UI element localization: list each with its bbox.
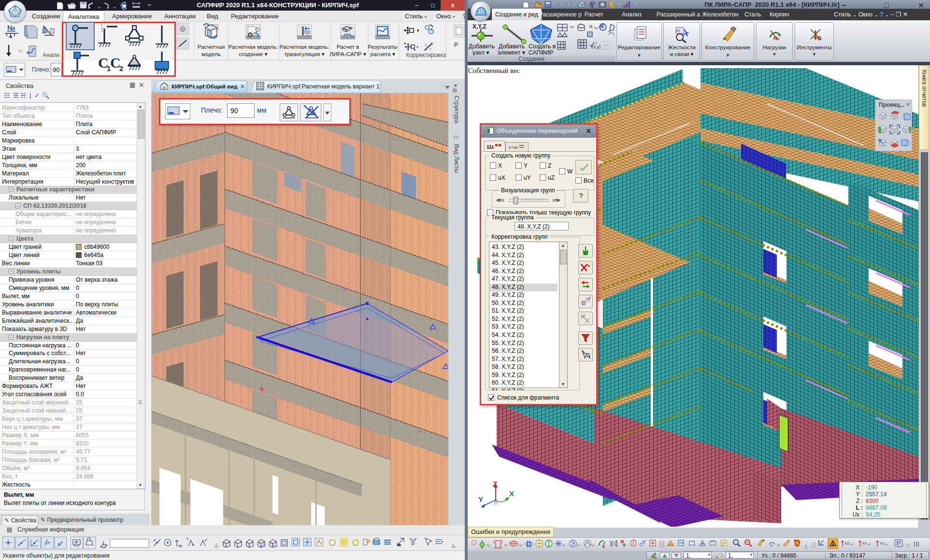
svg-text:Результаты: Результаты — [368, 43, 398, 50]
svg-text:Добавить: Добавить — [499, 43, 525, 50]
svg-text:X: X — [509, 489, 514, 498]
svg-text:Y: Y — [478, 495, 483, 503]
svg-text:Расчетная модель:: Расчетная модель: — [228, 43, 278, 50]
svg-text:Z: Z — [493, 481, 497, 488]
svg-text:✕: ✕ — [240, 83, 245, 90]
svg-text:L: L — [771, 543, 773, 547]
svg-text:Собственный вес: Собственный вес — [468, 67, 520, 74]
svg-text:G: G — [817, 35, 822, 41]
svg-text:Э: Э — [571, 541, 574, 546]
svg-text:триангуляция ▾: триангуляция ▾ — [285, 51, 325, 57]
svg-text:Расчетная: Расчетная — [198, 43, 225, 50]
svg-text:X,Y,Z: X,Y,Z — [472, 23, 486, 30]
svg-text:YZ: YZ — [879, 541, 884, 546]
svg-text:о+ас: о+ас — [509, 145, 518, 150]
svg-text:№: № — [773, 35, 779, 41]
svg-text:Р: Р — [454, 42, 458, 48]
svg-text:КИРПИЧ.spf:Расчетная модель ва: КИРПИЧ.spf:Расчетная модель вариант 1 — [267, 83, 380, 90]
svg-text:EI: EI — [676, 29, 680, 33]
svg-text:Корректировка: Корректировка — [406, 52, 446, 58]
svg-text:Создание: Создание — [518, 56, 544, 62]
svg-text:узел ▾: узел ▾ — [472, 49, 489, 56]
svg-text:модель: модель — [201, 51, 221, 57]
svg-text:КИРПИЧ.spf:Общий вид: КИРПИЧ.spf:Общий вид — [172, 84, 238, 89]
svg-text:№: № — [397, 543, 401, 546]
svg-text:2: 2 — [119, 64, 123, 72]
svg-text:XY: XY — [862, 541, 867, 546]
svg-text:№: № — [653, 556, 657, 559]
svg-text:элемент ▾: элемент ▾ — [498, 49, 526, 56]
svg-text:расчета ▾: расчета ▾ — [370, 51, 395, 57]
svg-text:ЛИРА-САПР ▾: ЛИРА-САПР ▾ — [329, 51, 366, 57]
svg-text:Расчет в: Расчет в — [337, 43, 359, 50]
svg-text:№: № — [7, 24, 15, 32]
svg-text:XZ: XZ — [844, 541, 849, 546]
svg-text:создание ▾: создание ▾ — [239, 51, 267, 57]
svg-text:САПФИР: САПФИР — [529, 49, 553, 56]
svg-text:Анали: Анали — [43, 52, 59, 58]
svg-text:f(x,y): f(x,y) — [591, 44, 601, 49]
svg-text:Добавить: Добавить — [469, 43, 495, 50]
svg-text:Расчетная модель:: Расчетная модель: — [279, 43, 329, 50]
svg-text:Создать в: Создать в — [529, 43, 556, 50]
